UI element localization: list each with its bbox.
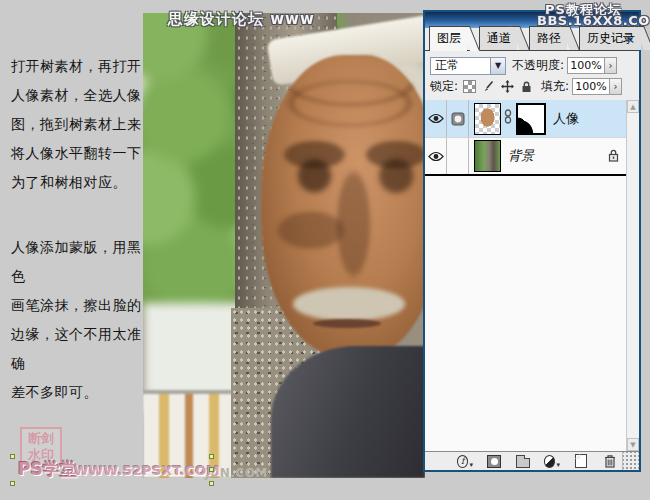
palette-toolbar: f▾ ▾ — [425, 451, 639, 470]
selection-handle — [209, 454, 214, 459]
add-layer-mask-button[interactable] — [486, 454, 502, 469]
selection-handle — [209, 481, 214, 486]
photo-mouth — [313, 319, 381, 328]
opacity-label: 不透明度: — [512, 57, 564, 74]
lock-position-move-icon[interactable] — [501, 80, 514, 93]
link-column[interactable] — [447, 138, 469, 174]
tab-paths[interactable]: 路径 — [529, 26, 567, 50]
watermark-url: WWW.52PSXT.COM — [74, 463, 220, 478]
eye-icon — [428, 151, 444, 162]
blend-mode-value: 正常 — [431, 57, 490, 74]
opacity-input[interactable]: 100% — [567, 57, 605, 74]
mask-indicator-icon — [447, 100, 469, 137]
mask-link-icon[interactable] — [504, 109, 512, 128]
instruction-paragraph-1: 打开树素材，再打开 人像素材，全选人像 图，拖到树素材上来 将人像水平翻转一下 … — [11, 52, 147, 197]
caret-down-icon: ▾ — [469, 461, 473, 469]
layer-lock-icon — [608, 147, 619, 166]
layers-palette: 图层 通道 路径 历史记录 » 正常 ▼ 不透明度: 100% › 锁定: — [423, 10, 641, 472]
selection-handle — [209, 467, 214, 472]
layer-style-icon: f — [457, 455, 468, 468]
tab-layers[interactable]: 图层 — [429, 26, 467, 51]
trash-icon — [604, 454, 616, 468]
add-layer-mask-icon — [487, 455, 501, 468]
fill-spinner-icon[interactable]: › — [610, 78, 622, 95]
document-canvas-photo — [143, 13, 425, 478]
new-layer-button[interactable] — [573, 454, 589, 469]
tab-overflow-icon[interactable]: » — [625, 32, 633, 46]
tutorial-screenshot: 打开树素材，再打开 人像素材，全选人像 图，拖到树素材上来 将人像水平翻转一下 … — [0, 0, 650, 500]
layer-style-button[interactable]: f▾ — [457, 454, 473, 469]
selection-handle — [10, 481, 15, 486]
instruction-paragraph-2: 人像添加蒙版，用黑色 画笔涂抹，擦出脸的 边缘，这个不用太准确 差不多即可。 — [11, 233, 147, 407]
lock-buttons — [463, 80, 533, 93]
new-layer-icon — [575, 454, 587, 468]
caret-down-icon: ▾ — [556, 461, 560, 469]
lock-transparency-icon[interactable] — [463, 80, 476, 93]
photo-mustache — [293, 287, 405, 321]
visibility-toggle[interactable] — [425, 138, 447, 174]
watermark-bottom-group: PS学堂 WWW.52PSXT.COM — [12, 456, 212, 484]
palette-tabs: 图层 通道 路径 历史记录 » — [425, 28, 639, 51]
layer-name[interactable]: 背景 — [508, 147, 534, 165]
seal-line1: 断剑 — [22, 431, 60, 447]
watermark-brand: PS学堂 — [18, 458, 77, 481]
fill-label: 填充: — [541, 78, 569, 95]
selection-handle — [10, 454, 15, 459]
adjustment-layer-button[interactable]: ▾ — [544, 454, 560, 469]
tab-channels[interactable]: 通道 — [479, 26, 517, 50]
layer-row-portrait[interactable]: 人像 — [425, 100, 626, 138]
opacity-spinner-icon[interactable]: › — [605, 57, 617, 74]
fill-input[interactable]: 100% — [572, 78, 610, 95]
layer-thumbnail[interactable] — [474, 140, 501, 172]
palette-resize-grip[interactable] — [622, 452, 639, 470]
lock-all-icon[interactable] — [520, 80, 533, 93]
scroll-up-icon[interactable]: ▲ — [627, 100, 639, 113]
layer-thumbnail[interactable] — [474, 103, 501, 135]
layer-mask-thumbnail[interactable] — [516, 103, 546, 135]
layer-options: 正常 ▼ 不透明度: 100% › 锁定: — [425, 51, 639, 101]
scroll-down-icon[interactable]: ▼ — [627, 438, 639, 451]
eye-icon — [428, 113, 444, 124]
adjustment-layer-icon — [544, 455, 555, 468]
layer-list: 人像 背景 ▲ ▼ — [425, 100, 639, 451]
delete-layer-button[interactable] — [602, 454, 618, 469]
lock-label: 锁定: — [430, 78, 458, 95]
new-group-button[interactable] — [515, 454, 531, 469]
chevron-down-icon[interactable]: ▼ — [490, 58, 505, 74]
folder-icon — [516, 458, 530, 468]
layer-name[interactable]: 人像 — [553, 110, 579, 128]
layer-row-background[interactable]: 背景 — [425, 138, 626, 176]
watermark-top-right-line2: BBS.16XX8.COM — [537, 13, 650, 28]
watermark-top-center: 思缘设计论坛 www — [168, 10, 315, 29]
visibility-toggle[interactable] — [425, 100, 447, 137]
blend-mode-select[interactable]: 正常 ▼ — [430, 57, 506, 75]
lock-paint-brush-icon[interactable] — [482, 80, 495, 93]
layer-list-scrollbar[interactable]: ▲ ▼ — [626, 100, 639, 451]
